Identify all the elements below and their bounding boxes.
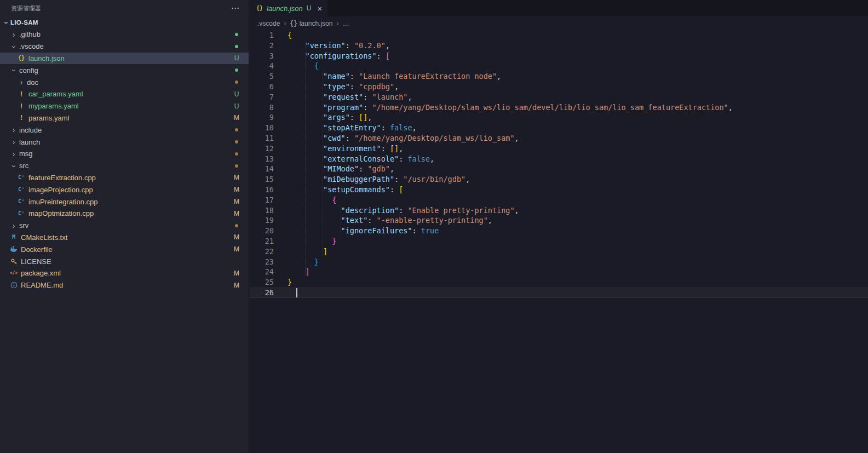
- close-icon[interactable]: ×: [317, 4, 322, 13]
- line-content: {: [274, 195, 336, 205]
- line-number[interactable]: 22: [250, 246, 274, 257]
- chevron-right-icon: ›: [9, 138, 18, 146]
- tree-item-featureextraction-cpp[interactable]: C⁺featureExtraction.cppM: [0, 172, 249, 184]
- line-number[interactable]: 19: [250, 215, 274, 226]
- file-name: imuPreintegration.cpp: [28, 198, 97, 206]
- code-line-20[interactable]: 20 "ignoreFailures": true: [250, 226, 868, 236]
- line-number[interactable]: 3: [250, 51, 274, 61]
- git-change-dot: [235, 224, 238, 227]
- code-line-9[interactable]: 9 "args": [],: [250, 112, 868, 123]
- code-line-26[interactable]: 26: [250, 288, 868, 298]
- line-number[interactable]: 6: [250, 82, 274, 92]
- tree-item-readme-md[interactable]: README.mdM: [0, 279, 249, 291]
- line-content: "request": "launch",: [274, 92, 412, 102]
- tab-launch-json[interactable]: {} launch.json U ×: [250, 0, 327, 16]
- tree-item-launch-json[interactable]: {}launch.jsonU: [0, 53, 249, 65]
- xml-icon: </>: [9, 269, 18, 278]
- line-content: {: [274, 61, 319, 71]
- code-line-18[interactable]: 18 "description": "Enable pretty-printin…: [250, 205, 868, 216]
- line-number[interactable]: 12: [250, 144, 274, 154]
- tree-item-msg[interactable]: ›msg: [0, 148, 249, 160]
- code-line-5[interactable]: 5 "name": "Launch featureExtraction node…: [250, 71, 868, 82]
- tree-item-config[interactable]: ›config: [0, 64, 249, 76]
- line-number[interactable]: 16: [250, 185, 274, 195]
- line-number[interactable]: 7: [250, 92, 274, 102]
- code-line-6[interactable]: 6 "type": "cppdbg",: [250, 82, 868, 92]
- line-number[interactable]: 10: [250, 123, 274, 133]
- code-line-15[interactable]: 15 "miDebuggerPath": "/usr/bin/gdb",: [250, 174, 868, 185]
- tree-item-car-params-yaml[interactable]: !car_params.yamlU: [0, 88, 249, 100]
- tree-item-myparams-yaml[interactable]: !myparams.yamlU: [0, 100, 249, 112]
- line-number[interactable]: 15: [250, 174, 274, 185]
- line-content: "configurations": [: [274, 51, 390, 61]
- tree-item-license[interactable]: LICENSE: [0, 255, 249, 267]
- cpp-icon: C⁺: [17, 197, 26, 206]
- tree-item-cmakelists-txt[interactable]: MCMakeLists.txtM: [0, 232, 249, 244]
- tree-item-include[interactable]: ›include: [0, 124, 249, 136]
- code-line-19[interactable]: 19 "text": "-enable-pretty-printing",: [250, 215, 868, 226]
- line-number[interactable]: 8: [250, 102, 274, 113]
- code-line-24[interactable]: 24 ]: [250, 267, 868, 277]
- code-line-8[interactable]: 8 "program": "/home/yang/Desktop/slam_ws…: [250, 102, 868, 113]
- code-line-3[interactable]: 3 "configurations": [: [250, 51, 868, 61]
- breadcrumb-item-vscode[interactable]: .vscode: [257, 20, 280, 27]
- line-number[interactable]: 23: [250, 257, 274, 267]
- tab-bar: {} launch.json U ×: [250, 0, 868, 16]
- code-line-16[interactable]: 16 "setupCommands": [: [250, 185, 868, 195]
- tree-item-launch[interactable]: ›launch: [0, 136, 249, 148]
- line-content: "description": "Enable pretty-printing",: [274, 205, 519, 216]
- code-line-25[interactable]: 25}: [250, 277, 868, 288]
- code-line-17[interactable]: 17 {: [250, 195, 868, 205]
- tree-item-srv[interactable]: ›srv: [0, 220, 249, 232]
- breadcrumb-separator: ›: [336, 19, 338, 27]
- breadcrumb-item-launch-json[interactable]: {}launch.json: [290, 19, 333, 28]
- line-number[interactable]: 4: [250, 61, 274, 71]
- tree-item-imageprojection-cpp[interactable]: C⁺imageProjection.cppM: [0, 184, 249, 196]
- git-status-badge: M: [233, 114, 240, 122]
- folder-name: srv: [19, 221, 28, 230]
- tree-item-imupreintegration-cpp[interactable]: C⁺imuPreintegration.cppM: [0, 196, 249, 208]
- code-line-14[interactable]: 14 "MIMode": "gdb",: [250, 164, 868, 174]
- git-change-dot: [235, 33, 238, 36]
- tree-item-dockerfile[interactable]: DockerfileM: [0, 243, 249, 255]
- tree-item-vscode[interactable]: ›.vscode: [0, 41, 249, 53]
- code-line-22[interactable]: 22 ]: [250, 246, 868, 257]
- line-number[interactable]: 13: [250, 154, 274, 164]
- code-line-21[interactable]: 21 }: [250, 236, 868, 246]
- line-number[interactable]: 1: [250, 30, 274, 41]
- code-line-11[interactable]: 11 "cwd": "/home/yang/Desktop/slam_ws/li…: [250, 133, 868, 144]
- line-number[interactable]: 25: [250, 277, 274, 288]
- tree-item-package-xml[interactable]: </>package.xmlM: [0, 267, 249, 279]
- json-icon: {}: [255, 4, 264, 13]
- chevron-down-icon: ›: [10, 162, 18, 170]
- line-number[interactable]: 2: [250, 41, 274, 51]
- line-number[interactable]: 9: [250, 112, 274, 123]
- code-line-2[interactable]: 2 "version": "0.2.0",: [250, 41, 868, 51]
- line-number[interactable]: 20: [250, 226, 274, 236]
- line-number[interactable]: 26: [250, 288, 274, 298]
- line-number[interactable]: 14: [250, 164, 274, 174]
- line-number[interactable]: 24: [250, 267, 274, 277]
- line-number[interactable]: 5: [250, 71, 274, 82]
- folder-name: .vscode: [19, 42, 44, 50]
- folder-name: src: [19, 162, 28, 170]
- tree-item-github[interactable]: ›.github: [0, 28, 249, 41]
- code-line-7[interactable]: 7 "request": "launch",: [250, 92, 868, 102]
- tree-item-doc[interactable]: ›doc: [0, 76, 249, 88]
- code-line-1[interactable]: 1{: [250, 30, 868, 41]
- line-number[interactable]: 21: [250, 236, 274, 246]
- tree-item-mapoptmization-cpp[interactable]: C⁺mapOptmization.cppM: [0, 208, 249, 220]
- line-number[interactable]: 11: [250, 133, 274, 144]
- code-line-13[interactable]: 13 "externalConsole": false,: [250, 154, 868, 164]
- line-number[interactable]: 18: [250, 205, 274, 216]
- code-line-23[interactable]: 23 }: [250, 257, 868, 267]
- code-line-4[interactable]: 4 {: [250, 61, 868, 71]
- code-line-10[interactable]: 10 "stopAtEntry": false,: [250, 123, 868, 133]
- tree-item-params-yaml[interactable]: !params.yamlM: [0, 112, 249, 124]
- code-line-12[interactable]: 12 "environment": [],: [250, 144, 868, 154]
- project-section-header[interactable]: › LIO-SAM: [0, 16, 249, 28]
- tree-item-src[interactable]: ›src: [0, 160, 249, 172]
- breadcrumb-item-[interactable]: …: [343, 20, 349, 27]
- more-actions-button[interactable]: ⋯: [231, 3, 240, 13]
- line-number[interactable]: 17: [250, 195, 274, 205]
